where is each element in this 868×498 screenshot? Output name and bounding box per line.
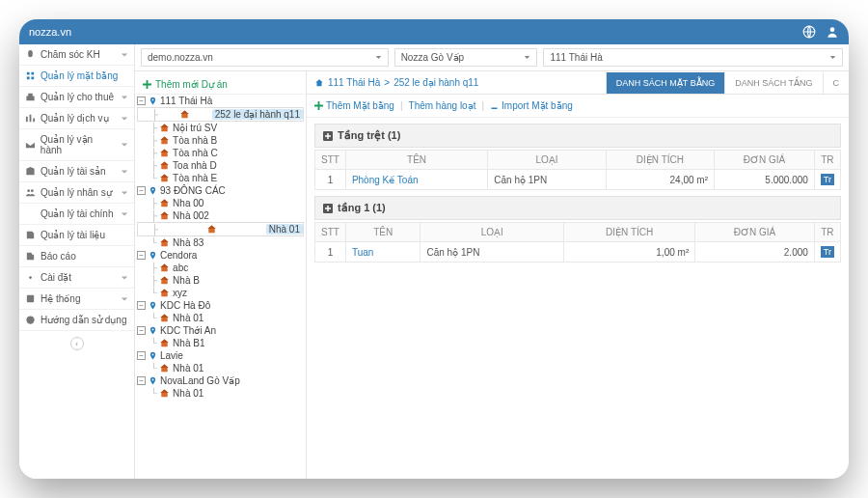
chevron-down-icon (524, 54, 530, 61)
tree-building[interactable]: ├Toa nhà D (137, 159, 304, 172)
sidebar-item-7[interactable]: Quản lý tài chính (19, 204, 134, 225)
toggle-icon[interactable]: − (137, 186, 146, 195)
section-header[interactable]: tầng 1 (1) (314, 196, 841, 220)
tree-building[interactable]: ├Nhà 01 (137, 222, 304, 236)
menu-icon (25, 272, 36, 283)
toggle-icon[interactable]: − (137, 376, 146, 385)
svg-point-7 (152, 98, 154, 100)
breadcrumb-2[interactable]: 252 le đại hành q11 (393, 77, 478, 88)
breadcrumb-1[interactable]: 111 Thái Hà (328, 77, 380, 88)
collapse-button[interactable]: ‹ (70, 337, 84, 350)
tree-project[interactable]: −KDC Hà Đô (137, 299, 304, 312)
add-unit-button[interactable]: Thêm Mặt bằng (314, 100, 394, 111)
toggle-icon[interactable]: − (137, 351, 146, 360)
tree-project[interactable]: −Lavie (137, 349, 304, 362)
unit-link[interactable]: Phòng Kế Toán (345, 170, 487, 190)
sidebar-item-2[interactable]: Quản lý cho thuê (19, 87, 134, 108)
tree-building[interactable]: └Nhà B1 (137, 337, 304, 349)
tree-building[interactable]: ├Nhà 002 (137, 209, 304, 222)
tree-project[interactable]: −93 ĐÔNG CÁC (137, 184, 304, 197)
svg-point-2 (27, 189, 30, 192)
menu-icon (25, 187, 36, 198)
col-header: STT (315, 223, 346, 242)
unit-link[interactable]: Tuan (345, 242, 420, 263)
sidebar-item-label: Quản lý tài sản (41, 166, 106, 177)
sidebar-item-11[interactable]: Hệ thống (19, 289, 134, 310)
status-badge: Tr (821, 174, 834, 185)
menu-icon (25, 166, 36, 177)
sidebar-item-label: Hệ thống (41, 293, 80, 304)
house-icon (159, 173, 170, 183)
globe-icon[interactable] (802, 25, 816, 39)
col-header: LOẠI (420, 223, 564, 242)
sidebar-item-8[interactable]: Quản lý tài liệu (19, 225, 134, 246)
tree-building[interactable]: └Nhà 01 (137, 312, 304, 324)
tree-project[interactable]: −Cendora (137, 249, 304, 262)
sidebar-item-4[interactable]: Quản lý vận hành (19, 129, 134, 161)
tab-0[interactable]: DANH SÁCH MẶT BẰNG (606, 72, 724, 94)
menu-icon (25, 315, 36, 325)
sidebar-item-label: Chăm sóc KH (41, 49, 100, 60)
plus-icon (143, 80, 151, 89)
home-icon[interactable] (314, 78, 324, 88)
tree-building[interactable]: └Nhà 01 (137, 387, 304, 400)
chevron-down-icon (829, 54, 836, 61)
sidebar-item-1[interactable]: Quản lý mặt bằng (19, 66, 134, 87)
import-button[interactable]: Import Mặt bằng (490, 100, 573, 111)
tab-1[interactable]: DANH SÁCH TẦNG (724, 72, 822, 94)
house-icon (159, 363, 170, 374)
sidebar-item-12[interactable]: Hướng dẫn sử dụng (19, 310, 134, 331)
tree-project[interactable]: −111 Thái Hà (137, 95, 304, 107)
tree-building[interactable]: └Tòa nhà E (137, 172, 304, 184)
tab-2[interactable]: C (823, 72, 850, 94)
toggle-icon[interactable]: − (137, 326, 146, 335)
tree-building[interactable]: ├Nha 00 (137, 197, 304, 209)
tree-building[interactable]: └Nhà 01 (137, 362, 304, 374)
col-header: LOẠI (488, 151, 607, 170)
section-header[interactable]: Tầng trệt (1) (314, 124, 841, 148)
sidebar-item-6[interactable]: Quản lý nhân sự (19, 182, 134, 204)
sidebar-item-label: Quản lý dịch vụ (41, 113, 109, 124)
house-icon (159, 338, 170, 348)
pin-icon (149, 97, 157, 105)
add-project-button[interactable]: Thêm mới Dự án (137, 75, 304, 95)
tree-building[interactable]: ├Nội trú SV (137, 122, 304, 134)
tree-panel: Thêm mới Dự án −111 Thái Hà├252 le đại h… (135, 71, 307, 479)
tree-building[interactable]: ├Tòa nhà B (137, 134, 304, 147)
tree-project[interactable]: −NovaLand Gò Vấp (137, 374, 304, 387)
svg-point-9 (152, 253, 154, 255)
units-table: STTTÊNLOẠIDIỆN TÍCHĐƠN GIÁTR1Phòng Kế To… (314, 150, 841, 190)
tree-building[interactable]: ├Nhà B (137, 274, 304, 287)
sidebar-item-3[interactable]: Quản lý dịch vụ (19, 108, 134, 129)
sidebar-item-5[interactable]: Quản lý tài sản (19, 161, 134, 182)
tree-building[interactable]: ├abc (137, 262, 304, 274)
toggle-icon[interactable]: − (137, 251, 146, 260)
user-icon[interactable] (826, 25, 839, 39)
col-header: TR (814, 223, 840, 242)
topbar: nozza.vn (19, 19, 849, 44)
sidebar-item-label: Báo cáo (41, 251, 76, 262)
svg-rect-5 (27, 295, 34, 302)
pin-icon (149, 351, 157, 360)
bulk-add-button[interactable]: Thêm hàng loạt (409, 100, 476, 111)
sidebar-item-label: Quản lý vận hành (41, 134, 116, 155)
tree-building[interactable]: └xyz (137, 287, 304, 299)
tree-building[interactable]: └Nhà 83 (137, 236, 304, 249)
area-select[interactable]: Nozza Gò Vấp (394, 48, 538, 67)
tree-project[interactable]: −KDC Thới An (137, 324, 304, 337)
col-header: TR (814, 151, 840, 170)
tree-building[interactable]: ├252 le đại hành q11 (137, 107, 304, 122)
pin-icon (149, 251, 157, 260)
menu-icon (25, 251, 36, 262)
sidebar-item-0[interactable]: Chăm sóc KH (19, 44, 134, 66)
domain-select[interactable]: demo.nozza.vn (141, 48, 389, 67)
tree-building[interactable]: ├Tòa nhà C (137, 147, 304, 159)
plus-square-icon (323, 131, 333, 141)
house-icon (159, 275, 170, 286)
menu-icon (25, 208, 36, 219)
building-select[interactable]: 111 Thái Hà (543, 48, 843, 67)
toggle-icon[interactable]: − (137, 97, 146, 105)
sidebar-item-10[interactable]: Cài đặt (19, 267, 134, 289)
sidebar-item-9[interactable]: Báo cáo (19, 246, 134, 267)
toggle-icon[interactable]: − (137, 301, 146, 310)
